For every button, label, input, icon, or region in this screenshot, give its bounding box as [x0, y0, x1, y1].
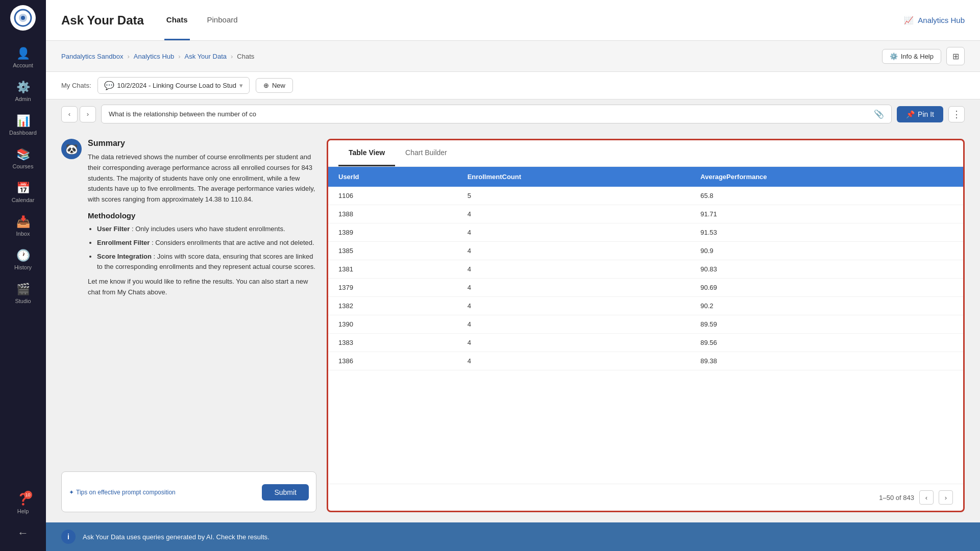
pin-it-btn[interactable]: 📌 Pin It — [897, 106, 943, 122]
more-options-btn[interactable]: ⋮ — [948, 106, 965, 122]
sidebar-item-inbox-label: Inbox — [16, 231, 30, 237]
tab-chats[interactable]: Chats — [164, 0, 190, 40]
prev-page-btn[interactable]: ‹ — [919, 490, 934, 505]
breadcrumb-sandbox[interactable]: Pandalytics Sandbox — [61, 53, 123, 60]
sidebar-item-courses-label: Courses — [13, 163, 34, 169]
chat-panel: 🐼 Summary The data retrieved shows the n… — [61, 129, 316, 512]
pin-icon: 📎 — [874, 109, 884, 119]
cell-performance: 89.56 — [690, 334, 963, 352]
query-text: What is the relationship between the num… — [109, 110, 870, 118]
breadcrumb-sep-2: › — [178, 53, 180, 60]
cell-performance: 90.2 — [690, 297, 963, 315]
data-table-wrap: UserId EnrollmentCount AveragePerformanc… — [328, 167, 963, 484]
breadcrumb-actions: ⚙️ Info & Help ⊞ — [882, 47, 965, 65]
input-area[interactable]: ✦ Tips on effective prompt composition S… — [61, 471, 316, 512]
next-query-btn[interactable]: › — [80, 106, 96, 122]
sidebar-item-account[interactable]: 👤 Account — [0, 41, 46, 74]
submit-btn[interactable]: Submit — [262, 484, 309, 500]
grid-icon-btn[interactable]: ⊞ — [946, 47, 965, 65]
methodology-title: Methodology — [88, 211, 316, 220]
cell-userid: 1386 — [328, 352, 457, 370]
cell-performance: 90.9 — [690, 242, 963, 260]
breadcrumb-chats: Chats — [237, 53, 254, 60]
methodology-item-2: Enrollment Filter : Considers enrollment… — [97, 238, 316, 248]
app-logo[interactable] — [10, 5, 36, 31]
cell-userid: 1382 — [328, 297, 457, 315]
sidebar-item-studio-label: Studio — [15, 298, 31, 304]
svg-point-2 — [21, 16, 25, 20]
ai-notice-icon: i — [61, 530, 76, 544]
cell-performance: 90.83 — [690, 260, 963, 279]
chat-bubble-icon: 💬 — [104, 81, 114, 90]
analytics-hub-icon: 📈 — [904, 16, 914, 25]
cell-performance: 90.69 — [690, 279, 963, 297]
sidebar-item-history-label: History — [14, 264, 32, 270]
sidebar-item-calendar-label: Calendar — [12, 197, 35, 203]
table-row: 1382 4 90.2 — [328, 297, 963, 315]
bot-avatar: 🐼 — [61, 139, 82, 159]
calendar-icon: 📅 — [16, 182, 30, 195]
cell-enrollment: 4 — [457, 297, 691, 315]
cell-userid: 1390 — [328, 315, 457, 334]
sidebar-item-admin[interactable]: ⚙️ Admin — [0, 74, 46, 108]
table-header-row: UserId EnrollmentCount AveragePerformanc… — [328, 167, 963, 187]
follow-up-text: Let me know if you would like to refine … — [88, 277, 316, 298]
cell-userid: 1385 — [328, 242, 457, 260]
methodology-list: User Filter : Only includes users who ha… — [88, 224, 316, 272]
sidebar-item-courses[interactable]: 📚 Courses — [0, 142, 46, 176]
cell-enrollment: 4 — [457, 242, 691, 260]
cell-userid: 1388 — [328, 205, 457, 223]
header-right: 📈 Analytics Hub — [904, 16, 965, 25]
cell-performance: 91.71 — [690, 205, 963, 223]
sidebar-collapse-btn[interactable]: ← — [0, 520, 46, 546]
grid-icon: ⊞ — [952, 52, 959, 61]
sidebar-item-dashboard[interactable]: 📊 Dashboard — [0, 108, 46, 142]
top-header: Ask Your Data Chats Pinboard 📈 Analytics… — [46, 0, 980, 41]
breadcrumb-sep-1: › — [127, 53, 129, 60]
methodology-item-3: Score Integration : Joins with score dat… — [97, 252, 316, 273]
studio-icon: 🎬 — [16, 283, 30, 296]
current-chat-label: 10/2/2024 - Linking Course Load to Stud — [117, 82, 236, 89]
methodology-desc-1: : Only includes users who have student e… — [132, 225, 285, 233]
header-nav: Chats Pinboard — [164, 0, 240, 40]
cell-performance: 65.8 — [690, 187, 963, 205]
ai-notice-bar: i Ask Your Data uses queries generated b… — [46, 522, 980, 551]
sidebar-item-help[interactable]: ❓ 10 Help — [0, 487, 46, 520]
new-chat-btn[interactable]: ⊕ New — [256, 78, 293, 93]
sidebar-item-studio[interactable]: 🎬 Studio — [0, 277, 46, 310]
help-badge-wrap: ❓ 10 — [16, 493, 30, 506]
main-content: Ask Your Data Chats Pinboard 📈 Analytics… — [46, 0, 980, 551]
analytics-hub-label: Analytics Hub — [918, 16, 965, 24]
cell-userid: 1106 — [328, 187, 457, 205]
sidebar-item-help-label: Help — [17, 508, 29, 514]
table-row: 1379 4 90.69 — [328, 279, 963, 297]
message-body: Summary The data retrieved shows the num… — [88, 139, 316, 304]
cell-performance: 91.53 — [690, 223, 963, 242]
breadcrumb-sep-3: › — [231, 53, 233, 60]
cell-enrollment: 4 — [457, 260, 691, 279]
tips-link[interactable]: ✦ Tips on effective prompt composition — [69, 489, 176, 496]
cell-userid: 1389 — [328, 223, 457, 242]
breadcrumb-analytics-hub[interactable]: Analytics Hub — [134, 53, 174, 60]
tab-table-view[interactable]: Table View — [338, 140, 395, 166]
table-row: 1385 4 90.9 — [328, 242, 963, 260]
sidebar-item-inbox[interactable]: 📥 Inbox — [0, 209, 46, 243]
chat-selector[interactable]: 💬 10/2/2024 - Linking Course Load to Stu… — [97, 77, 250, 94]
info-help-btn[interactable]: ⚙️ Info & Help — [882, 49, 941, 64]
breadcrumb-ask-your-data[interactable]: Ask Your Data — [185, 53, 227, 60]
prev-query-btn[interactable]: ‹ — [61, 106, 78, 122]
collapse-icon: ← — [17, 527, 29, 540]
table-row: 1383 4 89.56 — [328, 334, 963, 352]
breadcrumb: Pandalytics Sandbox › Analytics Hub › As… — [61, 53, 254, 60]
chat-bar: My Chats: 💬 10/2/2024 - Linking Course L… — [46, 72, 980, 99]
sidebar-item-calendar[interactable]: 📅 Calendar — [0, 176, 46, 209]
next-page-btn[interactable]: › — [939, 490, 953, 505]
tab-pinboard[interactable]: Pinboard — [205, 0, 240, 40]
gear-icon: ⚙️ — [890, 53, 898, 60]
sidebar-item-history[interactable]: 🕐 History — [0, 243, 46, 277]
table-footer: 1–50 of 843 ‹ › — [328, 484, 963, 511]
cell-performance: 89.38 — [690, 352, 963, 370]
tab-chart-builder[interactable]: Chart Builder — [395, 140, 457, 166]
inbox-icon: 📥 — [16, 215, 30, 229]
analytics-hub-btn[interactable]: 📈 Analytics Hub — [904, 16, 965, 25]
